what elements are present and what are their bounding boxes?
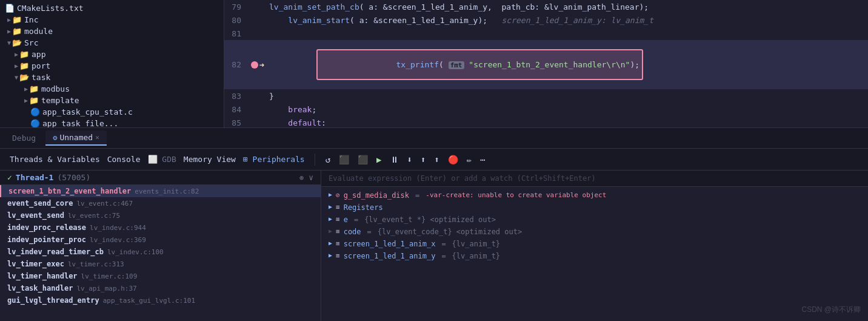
toolbar-disconnect-button[interactable]: 🔴 — [445, 153, 461, 166]
debug-content: ✓ Thread-1 (57005) ⊛ ∨ screen_1_btn_2_ev… — [0, 171, 868, 321]
watch-val: -var-create: unable to create variable o… — [426, 191, 606, 199]
tree-item-app[interactable]: ▶ 📁 app — [0, 49, 224, 60]
list-icon: ≡ — [336, 228, 340, 235]
watch-name: screen_1_led_1_anim_y — [344, 252, 436, 260]
chevron-icon: ▶ — [7, 16, 11, 23]
thread-item[interactable]: ✓ Thread-1 (57005) — [7, 173, 90, 182]
debug-tab-unnamed[interactable]: ⚙ Unnamed ✕ — [45, 130, 107, 146]
stack-item-5[interactable]: lv_indev_read_timer_cb lv_indev.c:100 — [0, 246, 321, 258]
folder-icon: 📁 — [19, 61, 29, 70]
thread-check-icon: ✓ — [7, 173, 12, 182]
file-tree: 📄 CMakeLists.txt ▶ 📁 Inc ▶ 📁 module ▼ 📂 … — [0, 0, 224, 127]
list-icon: ≡ — [336, 252, 340, 260]
toolbar-play-button[interactable]: ▶ — [373, 153, 384, 166]
threads-panel: ✓ Thread-1 (57005) ⊛ ∨ screen_1_btn_2_ev… — [0, 171, 321, 321]
chevron-icon: ▶ — [15, 51, 18, 58]
toolbar-step-over-button[interactable]: ⬇ — [404, 153, 415, 166]
watch-item-e[interactable]: ▶ ≡ e = {lv_event_t *} <optimized out> — [321, 214, 868, 226]
toolbar-threads-label[interactable]: Threads & Variables — [7, 155, 102, 164]
stack-item-6[interactable]: lv_timer_exec lv_timer.c:313 — [0, 258, 321, 270]
chevron-icon: ▶ — [24, 97, 28, 104]
tab-close-button[interactable]: ✕ — [95, 133, 99, 141]
tree-item-cmake[interactable]: 📄 CMakeLists.txt — [0, 2, 224, 14]
tree-item-inc[interactable]: ▶ 📁 Inc — [0, 14, 224, 25]
stack-loc: events_init.c:82 — [135, 188, 199, 195]
watch-name: g_sd_media_disk — [344, 191, 409, 200]
stack-loc: lv_indev.c:100 — [107, 248, 164, 256]
stack-item-4[interactable]: indev_pointer_proc lv_indev.c:369 — [0, 234, 321, 246]
expand-icon[interactable]: ▶ — [329, 240, 332, 246]
toolbar-peripherals-label[interactable]: ⊞ Peripherals — [241, 155, 307, 164]
toolbar-step-in-button[interactable]: ⬆ — [418, 153, 429, 166]
watch-item-0[interactable]: ▶ ⊘ g_sd_media_disk = -var-create: unabl… — [321, 189, 868, 201]
stack-loc: lv_event.c:467 — [76, 200, 133, 208]
tree-item-task-file[interactable]: 🔵 app_task_file... — [0, 118, 224, 127]
watch-item-anim-y[interactable]: ▶ ≡ screen_1_led_1_anim_y = {lv_anim_t} — [321, 250, 868, 262]
list-icon: ≡ — [336, 240, 340, 248]
folder-icon: 📁 — [29, 96, 39, 105]
stack-item-3[interactable]: indev_proc_release lv_indev.c:944 — [0, 221, 321, 234]
toolbar-memory-label[interactable]: Memory View — [181, 155, 238, 164]
stack-item-7[interactable]: lv_timer_handler lv_timer.c:109 — [0, 270, 321, 282]
code-line-81: 81 — [224, 27, 868, 40]
arrow-indicator: ➜ — [259, 60, 264, 70]
stack-item-9[interactable]: gui_lvgl_thread_entry app_task_gui_lvgl.… — [0, 294, 321, 306]
tree-item-cpu-stat[interactable]: 🔵 app_task_cpu_stat.c — [0, 106, 224, 118]
watch-panel: ▶ ⊘ g_sd_media_disk = -var-create: unabl… — [321, 171, 868, 321]
breakpoint-dot — [251, 61, 258, 69]
stack-item-8[interactable]: lv_task_handler lv_api_map.h:37 — [0, 282, 321, 294]
toolbar-step-out-button[interactable]: ⬆ — [431, 153, 442, 166]
stack-item-1[interactable]: event_send_core lv_event.c:467 — [0, 197, 321, 209]
stack-item-0[interactable]: screen_1_btn_2_event_handler events_init… — [0, 185, 321, 197]
toolbar-edit-button[interactable]: ✏ — [464, 153, 475, 166]
tree-item-port[interactable]: ▶ 📁 port — [0, 60, 224, 72]
tree-item-module[interactable]: ▶ 📁 module — [0, 25, 224, 37]
filter-icon[interactable]: ⊛ — [299, 174, 304, 182]
expand-icon[interactable]: ▶ — [329, 191, 332, 198]
debug-panel: Debug ⚙ Unnamed ✕ Threads & Variables Co… — [0, 127, 868, 321]
toolbar-more-button[interactable]: ⋯ — [477, 153, 488, 166]
watch-input[interactable] — [321, 171, 868, 187]
watermark: CSDN @诗不诉卿 — [801, 305, 861, 315]
toolbar-restart-button[interactable]: ↺ — [322, 153, 333, 166]
stack-func: lv_indev_read_timer_cb — [7, 248, 104, 256]
expand-icon[interactable]: ∨ — [309, 173, 313, 182]
toolbar-debug-controls: ↺ ⬛ ⬛ ▶ ⏸ ⬇ ⬆ ⬆ 🔴 ✏ ⋯ — [322, 153, 489, 166]
thread-name: Thread-1 — [16, 173, 54, 182]
watch-item-anim-x[interactable]: ▶ ≡ screen_1_led_1_anim_x = {lv_anim_t} — [321, 238, 868, 250]
stack-loc: lv_api_map.h:37 — [76, 285, 136, 292]
toolbar-gdb-icon[interactable]: ⬜ GDB — [145, 155, 179, 164]
toolbar-stop-button[interactable]: ⬛ — [336, 153, 352, 166]
chevron-down-icon: ▼ — [15, 74, 18, 81]
stack-loc: lv_event.c:75 — [68, 212, 120, 220]
stack-item-2[interactable]: lv_event_send lv_event.c:75 — [0, 209, 321, 221]
tree-item-template[interactable]: ▶ 📁 template — [0, 95, 224, 106]
code-editor: 79 lv_anim_set_path_cb( a: &screen_1_led… — [224, 0, 868, 127]
chevron-icon: ▶ — [24, 86, 28, 92]
watch-val: {lv_event_t *} <optimized out> — [364, 215, 496, 224]
toolbar-resume-button[interactable]: ⬛ — [355, 153, 371, 166]
stack-loc: lv_timer.c:313 — [68, 260, 124, 268]
expand-icon[interactable]: ▶ — [329, 203, 332, 210]
stack-func: event_send_core — [7, 199, 73, 208]
debug-tab-debug[interactable]: Debug — [5, 131, 43, 145]
watch-name: screen_1_led_1_anim_x — [344, 240, 436, 248]
toolbar-pause-button[interactable]: ⏸ — [387, 153, 402, 166]
expand-icon[interactable]: ▶ — [329, 215, 332, 222]
watch-item-registers[interactable]: ▶ ≡ Registers — [321, 201, 868, 214]
expand-icon[interactable]: ▶ — [329, 252, 332, 258]
watch-val: {lv_anim_t} — [452, 252, 500, 260]
tree-item-task[interactable]: ▼ 📂 task — [0, 72, 224, 83]
chevron-icon: ▶ — [15, 63, 18, 69]
toolbar-console-label[interactable]: Console — [105, 155, 143, 164]
tree-item-src[interactable]: ▼ 📂 Src — [0, 37, 224, 49]
code-line-85: 85 default: — [224, 116, 868, 127]
code-line-80: 80 lv_anim_start( a: &screen_1_led_1_ani… — [224, 13, 868, 27]
folder-open-icon: 📂 — [19, 73, 29, 82]
toolbar-separator — [315, 154, 315, 166]
toolbar-view-section: Threads & Variables Console ⬜ GDB Memory… — [7, 155, 307, 164]
watch-item-code[interactable]: ▶ ≡ code = {lv_event_code_t} <optimized … — [321, 226, 868, 238]
stack-func: lv_timer_exec — [7, 260, 64, 268]
tree-item-modbus[interactable]: ▶ 📁 modbus — [0, 83, 224, 95]
cmake-icon: 📄 — [5, 4, 15, 13]
